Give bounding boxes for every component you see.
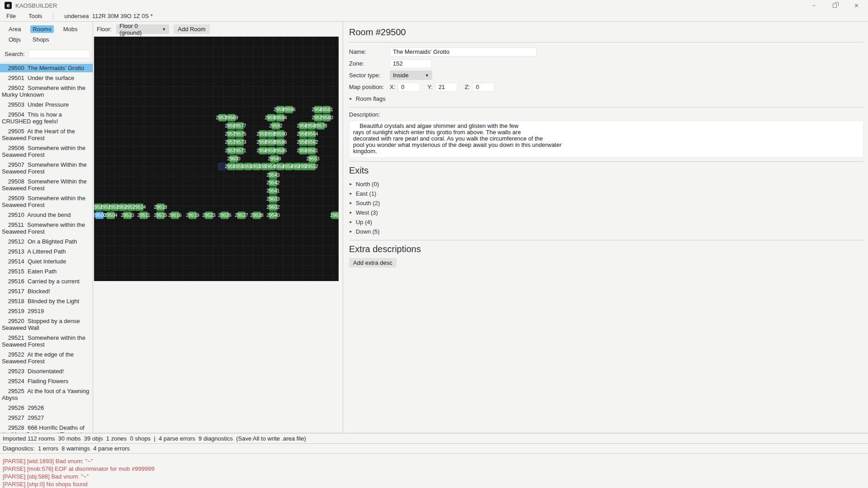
z-field[interactable] bbox=[472, 83, 495, 92]
map-room-node-29578[interactable]: 29578 bbox=[316, 122, 325, 130]
list-item-29515[interactable]: 29515 Eaten Path bbox=[0, 267, 93, 276]
tab-rooms[interactable]: Rooms bbox=[30, 25, 53, 33]
map-room-node-29553[interactable]: 29553 bbox=[308, 155, 317, 163]
map-room-node-29543[interactable]: 29543 bbox=[269, 171, 278, 179]
restore-icon[interactable] bbox=[833, 3, 837, 9]
list-item-29510[interactable]: 29510 Around the bend bbox=[0, 211, 93, 219]
map-room-node-29602[interactable]: 29602 bbox=[269, 203, 278, 211]
list-item-29508[interactable]: 29508 Somewhere Within the Seaweed Fores… bbox=[0, 177, 93, 192]
map-room-node-29592[interactable]: 29592 bbox=[271, 122, 280, 130]
list-item-29521[interactable]: 29521 Somewhere within the Seaweed Fores… bbox=[0, 333, 93, 349]
list-item-29526[interactable]: 29526 29526 bbox=[0, 404, 93, 412]
list-item-29507[interactable]: 29507 Somewhere Within the Seaweed Fores… bbox=[0, 160, 93, 176]
map-room-node-29552[interactable]: 29552 bbox=[307, 163, 316, 170]
list-item-29525[interactable]: 29525 At the foot of a Yawning Abyss bbox=[0, 387, 93, 402]
tab-area[interactable]: Area bbox=[6, 25, 23, 33]
map-room-node-29524[interactable]: 29524 bbox=[135, 203, 144, 211]
map-room-node-29575[interactable]: 29575 bbox=[235, 130, 244, 138]
map-room-node-29510[interactable]: 29510 bbox=[123, 211, 132, 219]
map-canvas[interactable]: 2959529596295822958129570295692959329594… bbox=[94, 37, 339, 281]
exit-north-toggle[interactable]: ►North (0) bbox=[349, 179, 863, 189]
map-room-node-29596[interactable]: 29596 bbox=[284, 106, 293, 113]
list-item-29514[interactable]: 29514 Quiet Interlude bbox=[0, 257, 93, 266]
list-item-29522[interactable]: 29522 At the edge of the Seaweed Forest bbox=[0, 350, 93, 366]
list-item-29516[interactable]: 29516 Carried by a current bbox=[0, 277, 93, 286]
list-item-29527[interactable]: 29527 29527 bbox=[0, 413, 93, 422]
map-room-node-29603[interactable]: 29603 bbox=[269, 195, 278, 203]
map-room-node-29577[interactable]: 29577 bbox=[235, 122, 244, 130]
tab-objs[interactable]: Objs bbox=[6, 36, 23, 43]
map-room-node-29538[interactable]: 29538 bbox=[252, 211, 261, 219]
map-room-node-29586[interactable]: 29586 bbox=[276, 138, 285, 146]
map-room-node-29541[interactable]: 29541 bbox=[269, 187, 278, 195]
list-item-29517[interactable]: 29517 Blocked! bbox=[0, 287, 93, 296]
map-room-node-29590[interactable]: 29590 bbox=[276, 130, 285, 138]
map-room-node-29580[interactable]: 29580 bbox=[322, 114, 331, 122]
list-item-29506[interactable]: 29506 Somewhere within the Seaweed Fores… bbox=[0, 144, 93, 159]
list-item-29503[interactable]: 29503 Under Pressure bbox=[0, 100, 93, 109]
room-flags-toggle[interactable]: ► Room flags bbox=[349, 94, 863, 103]
description-textarea[interactable]: Beautiful crystals and algae shimmer and… bbox=[349, 121, 863, 158]
list-item-29501[interactable]: 29501 Under the surface bbox=[0, 74, 93, 82]
list-item-29513[interactable]: 29513 A Littered Path bbox=[0, 247, 93, 256]
list-item-29523[interactable]: 29523 Disorientated! bbox=[0, 367, 93, 375]
map-room-node-29516[interactable]: 29516 bbox=[170, 211, 179, 219]
map-room-node-29511[interactable]: 29511 bbox=[139, 211, 148, 219]
add-room-button[interactable]: Add Room bbox=[174, 24, 209, 34]
map-room-node-29585[interactable]: 29585 bbox=[276, 147, 285, 155]
map-room-node-29600[interactable]: 29600 bbox=[229, 155, 238, 163]
map-room-node-29519[interactable]: 29519 bbox=[188, 211, 197, 219]
map-room-node-29548[interactable]: 29548 bbox=[270, 155, 279, 163]
close-icon[interactable]: ✕ bbox=[854, 3, 859, 9]
map-room-node-29527[interactable]: 29527 bbox=[237, 211, 246, 219]
menu-file[interactable]: File bbox=[6, 13, 16, 19]
map-room-node-29569[interactable]: 29569 bbox=[227, 114, 236, 122]
x-field[interactable] bbox=[398, 83, 420, 92]
map-room-node-29518[interactable]: 29518 bbox=[156, 203, 165, 211]
exit-down-toggle[interactable]: ►Down (5) bbox=[349, 227, 863, 236]
list-item-29500[interactable]: 29500 The Mermaids' Grotto bbox=[0, 64, 93, 72]
map-room-node-29562[interactable]: 29562 bbox=[307, 138, 316, 146]
list-item-29528[interactable]: 29528 666 Horrific Deaths of the Most Su… bbox=[0, 423, 93, 433]
menu-tools[interactable]: Tools bbox=[28, 13, 42, 19]
map-room-node-29573[interactable]: 29573 bbox=[235, 138, 244, 146]
floor-select[interactable]: Floor 0 (ground) ▼ bbox=[116, 24, 169, 34]
exit-south-toggle[interactable]: ►South (2) bbox=[349, 198, 863, 208]
map-room-node-29581[interactable]: 29581 bbox=[322, 106, 331, 113]
map-room-node-29500[interactable]: 29500 bbox=[95, 211, 104, 219]
map-room-node-label: 29511 bbox=[137, 213, 150, 218]
map-room-node-29540[interactable]: 29540 bbox=[269, 211, 278, 219]
map-room-node-29571[interactable]: 29571 bbox=[235, 147, 244, 155]
list-item-29505[interactable]: 29505 At the Heart of the Seaweed Forest bbox=[0, 127, 93, 142]
add-extra-desc-button[interactable]: Add extra desc bbox=[349, 258, 396, 267]
zone-field[interactable] bbox=[390, 59, 432, 68]
tab-mobs[interactable]: Mobs bbox=[61, 25, 80, 33]
search-input[interactable] bbox=[28, 50, 90, 58]
sector-select[interactable]: Inside ▼ bbox=[390, 70, 432, 80]
list-item-29509[interactable]: 29509 Somewhere within the Seaweed Fores… bbox=[0, 194, 93, 209]
list-item-29520[interactable]: 29520 Stopped by a dense Seaweed Wall bbox=[0, 317, 93, 332]
minimize-icon[interactable]: − bbox=[812, 3, 816, 9]
exit-east-toggle[interactable]: ►East (1) bbox=[349, 189, 863, 198]
list-item-29518[interactable]: 29518 Blinded by the Light bbox=[0, 297, 93, 305]
map-room-node-29594[interactable]: 29594 bbox=[276, 114, 285, 122]
map-room-node-29542[interactable]: 29542 bbox=[269, 179, 278, 187]
list-item-29504[interactable]: 29504 This is how a CRUSHED egg feels! bbox=[0, 110, 93, 126]
tab-shops[interactable]: Shops bbox=[30, 36, 52, 43]
map-room-node-2961[interactable]: 2961 bbox=[331, 211, 339, 219]
list-item-29519[interactable]: 29519 29519 bbox=[0, 307, 93, 315]
map-room-node-29523[interactable]: 29523 bbox=[204, 211, 213, 219]
map-room-node-29504[interactable]: 29504 bbox=[106, 211, 115, 219]
map-room-node-29526[interactable]: 29526 bbox=[220, 211, 229, 219]
list-item-29512[interactable]: 29512 On a Blighted Path bbox=[0, 237, 93, 246]
map-room-node-29564[interactable]: 29564 bbox=[307, 130, 316, 138]
map-room-node-29561[interactable]: 29561 bbox=[307, 147, 316, 155]
list-item-29511[interactable]: 29511 Somewhere within the Seaweed Fores… bbox=[0, 221, 93, 236]
name-field[interactable] bbox=[390, 47, 537, 56]
y-field[interactable] bbox=[435, 83, 458, 92]
map-room-node-29515[interactable]: 29515 bbox=[156, 211, 165, 219]
exit-west-toggle[interactable]: ►West (3) bbox=[349, 208, 863, 217]
list-item-29502[interactable]: 29502 Somewhere within the Murky Unknown bbox=[0, 84, 93, 99]
list-item-29524[interactable]: 29524 Flailing Flowers bbox=[0, 377, 93, 385]
exit-up-toggle[interactable]: ►Up (4) bbox=[349, 217, 863, 227]
